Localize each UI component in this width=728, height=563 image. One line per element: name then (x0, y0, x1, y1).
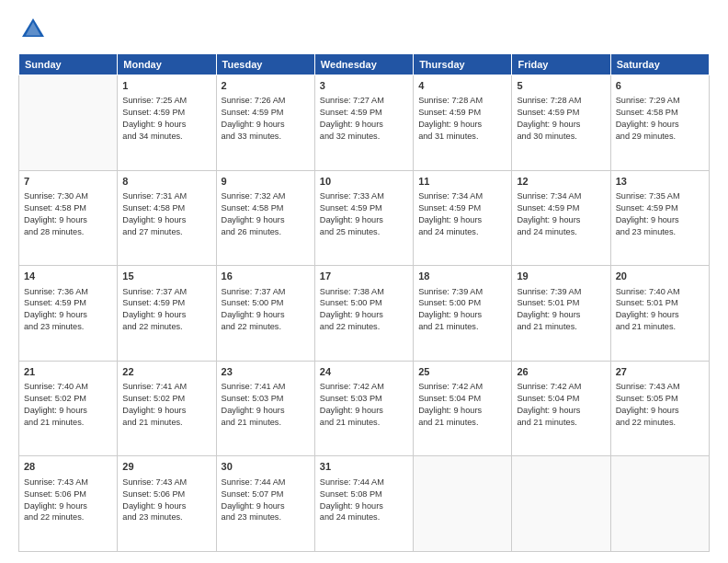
day-info: Sunrise: 7:31 AM Sunset: 4:58 PM Dayligh… (122, 190, 210, 238)
day-number: 20 (616, 270, 704, 283)
calendar-cell: 24Sunrise: 7:42 AM Sunset: 5:03 PM Dayli… (314, 361, 413, 456)
day-info: Sunrise: 7:44 AM Sunset: 5:07 PM Dayligh… (222, 477, 310, 524)
day-info: Sunrise: 7:26 AM Sunset: 4:59 PM Dayligh… (222, 95, 310, 143)
calendar-cell (610, 456, 709, 552)
day-number: 19 (517, 270, 605, 283)
day-number: 11 (418, 175, 506, 189)
day-number: 26 (517, 365, 605, 379)
day-info: Sunrise: 7:42 AM Sunset: 5:03 PM Dayligh… (320, 381, 408, 429)
day-number: 28 (24, 460, 112, 474)
day-number: 30 (222, 460, 310, 474)
day-info: Sunrise: 7:34 AM Sunset: 4:59 PM Dayligh… (517, 190, 605, 238)
day-number: 23 (222, 365, 310, 379)
weekday-header-friday: Friday (512, 54, 610, 75)
weekday-header-wednesday: Wednesday (314, 54, 413, 75)
day-number: 6 (616, 79, 704, 93)
calendar-week-4: 28Sunrise: 7:43 AM Sunset: 5:06 PM Dayli… (19, 456, 710, 552)
calendar-table: SundayMondayTuesdayWednesdayThursdayFrid… (18, 53, 710, 552)
logo-icon (18, 15, 48, 44)
day-number: 4 (418, 79, 506, 93)
calendar-cell: 7Sunrise: 7:30 AM Sunset: 4:58 PM Daylig… (19, 170, 118, 266)
day-info: Sunrise: 7:42 AM Sunset: 5:04 PM Dayligh… (517, 381, 605, 429)
calendar-week-0: 1Sunrise: 7:25 AM Sunset: 4:59 PM Daylig… (19, 75, 710, 171)
calendar-cell (19, 75, 118, 171)
day-info: Sunrise: 7:43 AM Sunset: 5:06 PM Dayligh… (24, 477, 112, 524)
weekday-header-saturday: Saturday (610, 54, 709, 75)
day-info: Sunrise: 7:43 AM Sunset: 5:05 PM Dayligh… (616, 381, 704, 429)
calendar-cell: 19Sunrise: 7:39 AM Sunset: 5:01 PM Dayli… (512, 266, 610, 362)
calendar-cell: 4Sunrise: 7:28 AM Sunset: 4:59 PM Daylig… (414, 75, 512, 171)
weekday-header-monday: Monday (118, 54, 216, 75)
day-number: 12 (517, 175, 605, 189)
day-info: Sunrise: 7:44 AM Sunset: 5:08 PM Dayligh… (320, 477, 408, 524)
day-info: Sunrise: 7:42 AM Sunset: 5:04 PM Dayligh… (418, 381, 506, 429)
calendar-week-1: 7Sunrise: 7:30 AM Sunset: 4:58 PM Daylig… (19, 170, 710, 266)
day-info: Sunrise: 7:43 AM Sunset: 5:06 PM Dayligh… (122, 477, 210, 524)
day-info: Sunrise: 7:40 AM Sunset: 5:01 PM Dayligh… (616, 286, 704, 334)
day-info: Sunrise: 7:32 AM Sunset: 4:58 PM Dayligh… (222, 190, 310, 238)
weekday-header-row: SundayMondayTuesdayWednesdayThursdayFrid… (19, 54, 710, 75)
calendar-cell: 27Sunrise: 7:43 AM Sunset: 5:05 PM Dayli… (610, 361, 709, 456)
weekday-header-thursday: Thursday (414, 54, 512, 75)
day-info: Sunrise: 7:33 AM Sunset: 4:59 PM Dayligh… (320, 190, 408, 238)
day-number: 5 (517, 79, 605, 93)
day-number: 13 (616, 175, 704, 189)
calendar-cell: 14Sunrise: 7:36 AM Sunset: 4:59 PM Dayli… (19, 266, 118, 362)
day-info: Sunrise: 7:29 AM Sunset: 4:58 PM Dayligh… (616, 95, 704, 143)
day-info: Sunrise: 7:41 AM Sunset: 5:03 PM Dayligh… (222, 381, 310, 429)
day-number: 18 (418, 270, 506, 283)
day-info: Sunrise: 7:27 AM Sunset: 4:59 PM Dayligh… (320, 95, 408, 143)
calendar-cell: 11Sunrise: 7:34 AM Sunset: 4:59 PM Dayli… (414, 170, 512, 266)
calendar-cell: 9Sunrise: 7:32 AM Sunset: 4:58 PM Daylig… (216, 170, 314, 266)
day-number: 14 (24, 270, 112, 283)
calendar-cell: 20Sunrise: 7:40 AM Sunset: 5:01 PM Dayli… (610, 266, 709, 362)
day-info: Sunrise: 7:40 AM Sunset: 5:02 PM Dayligh… (24, 381, 112, 429)
day-number: 16 (222, 270, 310, 283)
day-number: 25 (418, 365, 506, 379)
calendar-cell: 15Sunrise: 7:37 AM Sunset: 4:59 PM Dayli… (118, 266, 216, 362)
day-number: 22 (122, 365, 210, 379)
calendar-cell (512, 456, 610, 552)
calendar-cell: 6Sunrise: 7:29 AM Sunset: 4:58 PM Daylig… (610, 75, 709, 171)
calendar-cell: 17Sunrise: 7:38 AM Sunset: 5:00 PM Dayli… (314, 266, 413, 362)
header (18, 15, 710, 44)
calendar-cell: 29Sunrise: 7:43 AM Sunset: 5:06 PM Dayli… (118, 456, 216, 552)
calendar-cell: 23Sunrise: 7:41 AM Sunset: 5:03 PM Dayli… (216, 361, 314, 456)
day-info: Sunrise: 7:38 AM Sunset: 5:00 PM Dayligh… (320, 286, 408, 334)
calendar-cell (414, 456, 512, 552)
calendar-week-2: 14Sunrise: 7:36 AM Sunset: 4:59 PM Dayli… (19, 266, 710, 362)
calendar-cell: 26Sunrise: 7:42 AM Sunset: 5:04 PM Dayli… (512, 361, 610, 456)
day-number: 31 (320, 460, 408, 474)
day-number: 27 (616, 365, 704, 379)
calendar-cell: 28Sunrise: 7:43 AM Sunset: 5:06 PM Dayli… (19, 456, 118, 552)
day-number: 10 (320, 175, 408, 189)
day-number: 29 (122, 460, 210, 474)
day-number: 17 (320, 270, 408, 283)
day-info: Sunrise: 7:28 AM Sunset: 4:59 PM Dayligh… (517, 95, 605, 143)
weekday-header-sunday: Sunday (19, 54, 118, 75)
calendar-cell: 22Sunrise: 7:41 AM Sunset: 5:02 PM Dayli… (118, 361, 216, 456)
calendar-cell: 31Sunrise: 7:44 AM Sunset: 5:08 PM Dayli… (314, 456, 413, 552)
calendar-cell: 25Sunrise: 7:42 AM Sunset: 5:04 PM Dayli… (414, 361, 512, 456)
logo (18, 15, 51, 44)
day-info: Sunrise: 7:34 AM Sunset: 4:59 PM Dayligh… (418, 190, 506, 238)
day-info: Sunrise: 7:41 AM Sunset: 5:02 PM Dayligh… (122, 381, 210, 429)
day-info: Sunrise: 7:28 AM Sunset: 4:59 PM Dayligh… (418, 95, 506, 143)
page: SundayMondayTuesdayWednesdayThursdayFrid… (0, 0, 728, 563)
calendar-cell: 3Sunrise: 7:27 AM Sunset: 4:59 PM Daylig… (314, 75, 413, 171)
day-info: Sunrise: 7:25 AM Sunset: 4:59 PM Dayligh… (122, 95, 210, 143)
day-number: 1 (122, 79, 210, 93)
day-number: 3 (320, 79, 408, 93)
day-number: 21 (24, 365, 112, 379)
calendar-cell: 8Sunrise: 7:31 AM Sunset: 4:58 PM Daylig… (118, 170, 216, 266)
calendar-cell: 10Sunrise: 7:33 AM Sunset: 4:59 PM Dayli… (314, 170, 413, 266)
calendar-cell: 2Sunrise: 7:26 AM Sunset: 4:59 PM Daylig… (216, 75, 314, 171)
calendar-cell: 13Sunrise: 7:35 AM Sunset: 4:59 PM Dayli… (610, 170, 709, 266)
day-number: 24 (320, 365, 408, 379)
day-info: Sunrise: 7:36 AM Sunset: 4:59 PM Dayligh… (24, 286, 112, 334)
day-number: 9 (222, 175, 310, 189)
day-info: Sunrise: 7:37 AM Sunset: 5:00 PM Dayligh… (222, 286, 310, 334)
calendar-cell: 21Sunrise: 7:40 AM Sunset: 5:02 PM Dayli… (19, 361, 118, 456)
day-info: Sunrise: 7:30 AM Sunset: 4:58 PM Dayligh… (24, 190, 112, 238)
day-number: 7 (24, 175, 112, 189)
